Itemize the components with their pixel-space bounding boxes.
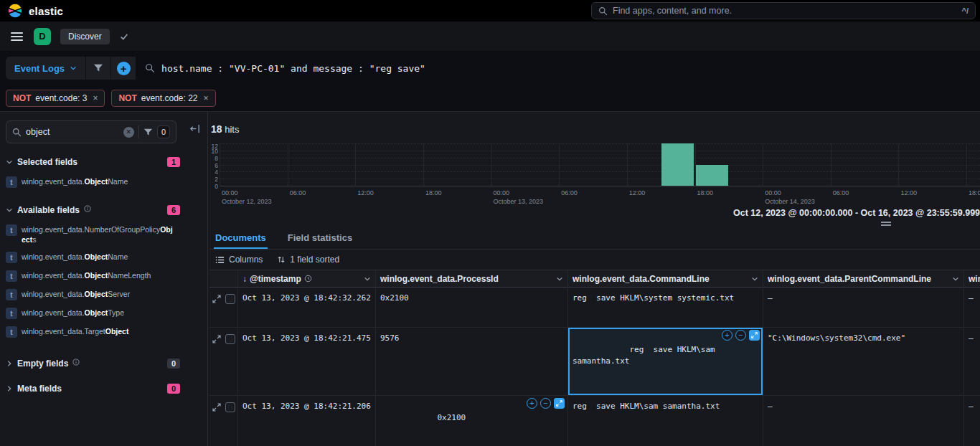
column-menu-icon[interactable] [556, 275, 563, 283]
cell-process-id[interactable]: 0x2100 [376, 288, 568, 327]
cell-process-id[interactable]: 0x2100 + − [376, 396, 568, 446]
row-checkbox[interactable] [225, 402, 235, 412]
cell-command-line[interactable]: reg save HKLM\system systemic.txt [568, 288, 763, 327]
histogram-bar[interactable] [696, 165, 728, 186]
field-item[interactable]: t winlog.event_data.ObjectServer [0, 285, 207, 304]
info-icon [72, 359, 80, 366]
header-truncated-column[interactable]: winlo [964, 270, 980, 287]
cell-timestamp[interactable]: Oct 13, 2023 @ 18:42:21.206 [238, 396, 376, 446]
expand-cell-button[interactable] [554, 398, 565, 409]
field-search-input[interactable] [26, 127, 95, 137]
filter-for-value-icon[interactable]: + [722, 330, 732, 341]
histogram-bar[interactable] [661, 143, 694, 186]
sort-fields-button[interactable]: 1 field sorted [277, 255, 339, 265]
cell-timestamp[interactable]: Oct 13, 2023 @ 18:42:21.475 [238, 328, 376, 395]
expand-cell-button[interactable] [749, 330, 760, 341]
info-icon [84, 205, 91, 212]
header-process-id[interactable]: winlog.event_data.ProcessId [376, 270, 568, 287]
filter-out-value-icon[interactable]: − [540, 398, 551, 409]
column-menu-icon[interactable] [952, 275, 959, 283]
field-item[interactable]: t winlog.event_data.ObjectName [0, 248, 207, 267]
expand-row-icon[interactable] [212, 403, 221, 412]
selected-fields-list: t winlog.event_data.ObjectName [0, 173, 207, 191]
text-field-type-icon: t [6, 224, 17, 236]
field-item[interactable]: t winlog.event_data.ObjectNameLength [0, 267, 207, 285]
available-fields-header[interactable]: Available fields 6 [0, 205, 207, 215]
cell-timestamp[interactable]: Oct 13, 2023 @ 18:42:32.262 [238, 288, 376, 327]
tab-field-statistics[interactable]: Field statistics [286, 232, 354, 249]
text-field-type-icon: t [6, 252, 17, 263]
filter-pill-event-code-22[interactable]: NOT event.code: 22 × [111, 90, 215, 107]
global-search-input[interactable] [613, 6, 957, 16]
header-control-cell [209, 270, 238, 287]
field-name: winlog.event_data.ObjectNameLength [22, 270, 151, 280]
filter-pill-event-code-3[interactable]: NOT event.code: 3 × [6, 90, 105, 107]
check-icon [119, 32, 129, 42]
cell-command-line[interactable]: reg save HKLM\sam samantha.txt [568, 396, 763, 446]
cell-actions: + − [527, 398, 565, 409]
space-avatar[interactable]: D [34, 28, 51, 45]
selected-fields-header[interactable]: Selected fields 1 [0, 157, 207, 167]
header-timestamp[interactable]: ↓ @timestamp [238, 270, 376, 287]
field-filter-icon[interactable] [143, 128, 153, 137]
expand-row-icon[interactable] [212, 335, 221, 343]
data-view-picker[interactable]: Event Logs [6, 57, 85, 80]
tab-documents[interactable]: Documents [214, 232, 268, 249]
row-control-cell [209, 396, 238, 446]
field-item[interactable]: t winlog.event_data.NumberOfGroupPolicyO… [0, 221, 207, 248]
cell-truncated[interactable]: – [964, 396, 980, 446]
cell-truncated[interactable]: – [964, 288, 980, 327]
row-control-cell [209, 328, 238, 395]
field-item[interactable]: t winlog.event_data.TargetObject [0, 323, 207, 341]
breadcrumb-discover[interactable]: Discover [60, 29, 110, 44]
cell-parent-command-line[interactable]: "C:\Windows\system32\cmd.exe" [763, 328, 964, 395]
text-field-type-icon: t [6, 176, 17, 188]
field-item[interactable]: t winlog.event_data.ObjectType [0, 304, 207, 323]
header-command-line[interactable]: winlog.event_data.CommandLine [568, 270, 763, 287]
row-control-cell [209, 288, 238, 327]
table-header-row: ↓ @timestamp winlog.event_data.ProcessId… [209, 270, 980, 288]
collapse-sidebar-button[interactable] [189, 123, 200, 136]
available-fields-count-badge: 6 [167, 205, 180, 215]
column-menu-icon[interactable] [364, 275, 371, 283]
elastic-home-link[interactable]: elastic [7, 3, 63, 19]
field-filter-count-badge: 0 [157, 125, 170, 138]
expand-row-icon[interactable] [212, 295, 221, 303]
empty-fields-header[interactable]: Empty fields 0 [0, 359, 207, 369]
search-icon [598, 6, 608, 16]
collapse-left-icon [189, 123, 200, 134]
columns-button[interactable]: Columns [215, 255, 263, 265]
cell-parent-command-line[interactable]: – [763, 288, 964, 327]
field-search-bar[interactable]: ✕ 0 [6, 120, 176, 143]
table-row: Oct 13, 2023 @ 18:42:21.475 9576 reg sav… [209, 328, 980, 396]
remove-filter-icon[interactable]: × [202, 93, 209, 103]
cell-parent-command-line[interactable]: – [763, 396, 964, 446]
row-checkbox[interactable] [225, 294, 235, 304]
histogram-chart[interactable]: 121086420 [220, 143, 980, 186]
cell-process-id[interactable]: 9576 [376, 328, 568, 395]
filter-for-value-icon[interactable]: + [527, 398, 537, 409]
global-search-bar[interactable]: ^/ [591, 2, 976, 19]
row-checkbox[interactable] [225, 334, 235, 344]
filter-bar: NOT event.code: 3 × NOT event.code: 22 × [0, 85, 980, 112]
brand-name: elastic [29, 5, 63, 17]
field-item[interactable]: t winlog.event_data.ObjectName [0, 173, 207, 191]
filter-out-value-icon[interactable]: − [735, 330, 746, 341]
chevron-right-icon [6, 385, 13, 392]
column-menu-icon[interactable] [751, 275, 758, 283]
cell-truncated[interactable]: – [964, 328, 980, 395]
meta-fields-header[interactable]: Meta fields 0 [0, 384, 207, 394]
saved-query-menu-button[interactable] [86, 57, 110, 80]
header-parent-command-line[interactable]: winlog.event_data.ParentCommandLine [763, 270, 964, 287]
clear-search-icon[interactable]: ✕ [123, 127, 134, 138]
cell-command-line-selected[interactable]: reg save HKLM\sam samantha.txt + − [568, 328, 763, 395]
query-input[interactable] [161, 63, 966, 74]
search-icon [145, 63, 155, 73]
histogram-resize-handle[interactable] [881, 222, 891, 226]
add-filter-button[interactable]: + [111, 57, 136, 80]
table-row: Oct 13, 2023 @ 18:42:21.206 0x2100 + − r… [209, 396, 980, 446]
field-name: winlog.event_data.ObjectType [22, 308, 124, 318]
menu-icon[interactable] [9, 31, 24, 42]
remove-filter-icon[interactable]: × [91, 93, 98, 103]
fields-sidebar: ✕ 0 Selected fields 1 t winlog.event_dat… [0, 112, 208, 446]
